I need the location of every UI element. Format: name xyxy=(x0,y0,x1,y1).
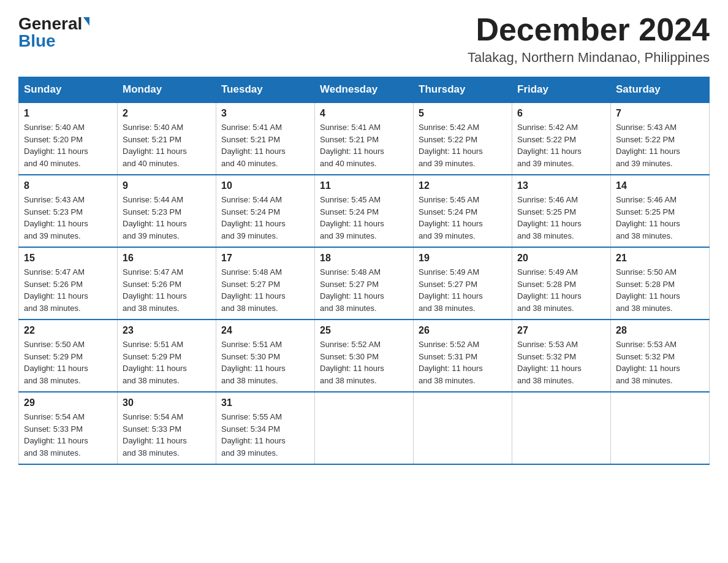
day-number: 28 xyxy=(616,325,704,336)
calendar-cell: 29Sunrise: 5:54 AMSunset: 5:33 PMDayligh… xyxy=(19,392,118,464)
weekday-header-saturday: Saturday xyxy=(611,77,710,103)
day-number: 25 xyxy=(320,325,408,336)
day-info: Sunrise: 5:50 AMSunset: 5:29 PMDaylight:… xyxy=(24,339,112,386)
day-number: 26 xyxy=(419,325,507,336)
calendar-cell: 9Sunrise: 5:44 AMSunset: 5:23 PMDaylight… xyxy=(118,175,216,247)
calendar-week-row: 29Sunrise: 5:54 AMSunset: 5:33 PMDayligh… xyxy=(19,392,710,464)
day-number: 10 xyxy=(221,180,309,191)
location-title: Talakag, Northern Mindanao, Philippines xyxy=(468,50,710,66)
calendar-cell: 12Sunrise: 5:45 AMSunset: 5:24 PMDayligh… xyxy=(414,175,512,247)
day-info: Sunrise: 5:47 AMSunset: 5:26 PMDaylight:… xyxy=(24,266,112,314)
day-info: Sunrise: 5:55 AMSunset: 5:34 PMDaylight:… xyxy=(221,411,309,459)
day-info: Sunrise: 5:54 AMSunset: 5:33 PMDaylight:… xyxy=(123,411,211,459)
day-number: 22 xyxy=(24,325,112,336)
calendar-cell: 26Sunrise: 5:52 AMSunset: 5:31 PMDayligh… xyxy=(414,320,512,392)
day-number: 1 xyxy=(24,108,112,119)
day-number: 9 xyxy=(123,180,211,191)
day-number: 5 xyxy=(419,108,507,119)
calendar-cell: 15Sunrise: 5:47 AMSunset: 5:26 PMDayligh… xyxy=(19,247,118,320)
day-number: 27 xyxy=(517,325,605,336)
day-number: 19 xyxy=(419,253,507,264)
day-info: Sunrise: 5:43 AMSunset: 5:22 PMDaylight:… xyxy=(616,121,704,169)
weekday-header-thursday: Thursday xyxy=(414,77,512,103)
day-info: Sunrise: 5:44 AMSunset: 5:24 PMDaylight:… xyxy=(221,194,309,242)
calendar-cell: 23Sunrise: 5:51 AMSunset: 5:29 PMDayligh… xyxy=(118,320,216,392)
day-number: 3 xyxy=(221,108,309,119)
day-info: Sunrise: 5:47 AMSunset: 5:26 PMDaylight:… xyxy=(123,266,211,314)
calendar-cell: 30Sunrise: 5:54 AMSunset: 5:33 PMDayligh… xyxy=(118,392,216,464)
month-title: December 2024 xyxy=(468,12,710,47)
day-number: 14 xyxy=(616,180,704,191)
day-info: Sunrise: 5:51 AMSunset: 5:30 PMDaylight:… xyxy=(221,339,309,386)
calendar-cell: 11Sunrise: 5:45 AMSunset: 5:24 PMDayligh… xyxy=(315,175,414,247)
calendar-cell: 10Sunrise: 5:44 AMSunset: 5:24 PMDayligh… xyxy=(216,175,315,247)
calendar-cell: 14Sunrise: 5:46 AMSunset: 5:25 PMDayligh… xyxy=(611,175,710,247)
calendar-table: SundayMondayTuesdayWednesdayThursdayFrid… xyxy=(18,77,710,465)
calendar-cell: 31Sunrise: 5:55 AMSunset: 5:34 PMDayligh… xyxy=(216,392,315,464)
day-number: 18 xyxy=(320,253,408,264)
calendar-cell: 27Sunrise: 5:53 AMSunset: 5:32 PMDayligh… xyxy=(512,320,611,392)
calendar-cell: 17Sunrise: 5:48 AMSunset: 5:27 PMDayligh… xyxy=(216,247,315,320)
day-number: 17 xyxy=(221,253,309,264)
calendar-cell xyxy=(315,392,414,464)
day-number: 23 xyxy=(123,325,211,336)
day-number: 13 xyxy=(517,180,605,191)
weekday-header-friday: Friday xyxy=(512,77,611,103)
page-header: General Blue December 2024 Talakag, Nort… xyxy=(18,12,710,66)
calendar-cell: 18Sunrise: 5:48 AMSunset: 5:27 PMDayligh… xyxy=(315,247,414,320)
day-info: Sunrise: 5:53 AMSunset: 5:32 PMDaylight:… xyxy=(616,339,704,386)
calendar-cell: 20Sunrise: 5:49 AMSunset: 5:28 PMDayligh… xyxy=(512,247,611,320)
calendar-cell: 6Sunrise: 5:42 AMSunset: 5:22 PMDaylight… xyxy=(512,102,611,175)
day-info: Sunrise: 5:52 AMSunset: 5:30 PMDaylight:… xyxy=(320,339,408,386)
day-number: 8 xyxy=(24,180,112,191)
weekday-header-wednesday: Wednesday xyxy=(315,77,414,103)
day-info: Sunrise: 5:43 AMSunset: 5:23 PMDaylight:… xyxy=(24,194,112,242)
day-info: Sunrise: 5:40 AMSunset: 5:21 PMDaylight:… xyxy=(123,121,211,169)
calendar-cell: 19Sunrise: 5:49 AMSunset: 5:27 PMDayligh… xyxy=(414,247,512,320)
day-info: Sunrise: 5:40 AMSunset: 5:20 PMDaylight:… xyxy=(24,121,112,169)
day-info: Sunrise: 5:48 AMSunset: 5:27 PMDaylight:… xyxy=(221,266,309,314)
day-info: Sunrise: 5:42 AMSunset: 5:22 PMDaylight:… xyxy=(419,121,507,169)
day-info: Sunrise: 5:52 AMSunset: 5:31 PMDaylight:… xyxy=(419,339,507,386)
day-number: 20 xyxy=(517,253,605,264)
calendar-cell xyxy=(414,392,512,464)
calendar-cell: 8Sunrise: 5:43 AMSunset: 5:23 PMDaylight… xyxy=(19,175,118,247)
day-info: Sunrise: 5:44 AMSunset: 5:23 PMDaylight:… xyxy=(123,194,211,242)
day-info: Sunrise: 5:41 AMSunset: 5:21 PMDaylight:… xyxy=(221,121,309,169)
calendar-cell: 1Sunrise: 5:40 AMSunset: 5:20 PMDaylight… xyxy=(19,102,118,175)
logo-general: General xyxy=(18,15,82,33)
weekday-header-tuesday: Tuesday xyxy=(216,77,315,103)
calendar-week-row: 15Sunrise: 5:47 AMSunset: 5:26 PMDayligh… xyxy=(19,247,710,320)
day-info: Sunrise: 5:46 AMSunset: 5:25 PMDaylight:… xyxy=(517,194,605,242)
logo-blue: Blue xyxy=(18,33,56,50)
logo: General Blue xyxy=(18,12,89,50)
day-number: 6 xyxy=(517,108,605,119)
weekday-header-row: SundayMondayTuesdayWednesdayThursdayFrid… xyxy=(19,77,710,103)
day-info: Sunrise: 5:49 AMSunset: 5:27 PMDaylight:… xyxy=(419,266,507,314)
day-number: 16 xyxy=(123,253,211,264)
day-number: 31 xyxy=(221,397,309,408)
day-number: 12 xyxy=(419,180,507,191)
day-number: 2 xyxy=(123,108,211,119)
day-info: Sunrise: 5:46 AMSunset: 5:25 PMDaylight:… xyxy=(616,194,704,242)
day-info: Sunrise: 5:45 AMSunset: 5:24 PMDaylight:… xyxy=(320,194,408,242)
weekday-header-monday: Monday xyxy=(118,77,216,103)
calendar-cell xyxy=(512,392,611,464)
calendar-cell: 7Sunrise: 5:43 AMSunset: 5:22 PMDaylight… xyxy=(611,102,710,175)
logo-arrow-icon xyxy=(83,17,89,26)
day-info: Sunrise: 5:51 AMSunset: 5:29 PMDaylight:… xyxy=(123,339,211,386)
calendar-week-row: 8Sunrise: 5:43 AMSunset: 5:23 PMDaylight… xyxy=(19,175,710,247)
day-number: 4 xyxy=(320,108,408,119)
day-number: 11 xyxy=(320,180,408,191)
calendar-cell: 22Sunrise: 5:50 AMSunset: 5:29 PMDayligh… xyxy=(19,320,118,392)
calendar-cell: 25Sunrise: 5:52 AMSunset: 5:30 PMDayligh… xyxy=(315,320,414,392)
day-number: 7 xyxy=(616,108,704,119)
day-info: Sunrise: 5:53 AMSunset: 5:32 PMDaylight:… xyxy=(517,339,605,386)
day-info: Sunrise: 5:41 AMSunset: 5:21 PMDaylight:… xyxy=(320,121,408,169)
day-info: Sunrise: 5:48 AMSunset: 5:27 PMDaylight:… xyxy=(320,266,408,314)
day-number: 24 xyxy=(221,325,309,336)
day-number: 15 xyxy=(24,253,112,264)
day-number: 30 xyxy=(123,397,211,408)
calendar-cell: 28Sunrise: 5:53 AMSunset: 5:32 PMDayligh… xyxy=(611,320,710,392)
day-info: Sunrise: 5:49 AMSunset: 5:28 PMDaylight:… xyxy=(517,266,605,314)
